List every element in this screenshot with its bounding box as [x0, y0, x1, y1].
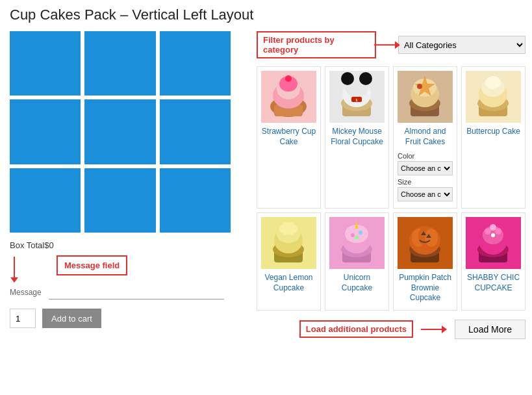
product-card-pumpkin[interactable]: Pumpkin Patch Brownie Cupcake [393, 212, 457, 311]
product-grid-display [10, 31, 231, 233]
product-image-vegan [261, 217, 316, 269]
product-name-vegan: Vegan Lemon Cupcake [261, 273, 316, 293]
unicorn-cupcake-svg [329, 217, 385, 269]
product-name-unicorn: Unicorn Cupcake [329, 273, 385, 293]
filter-annotation: Filter products by category [257, 31, 376, 58]
left-panel: Box Total$0 Message field Message Add to… [10, 31, 244, 339]
load-more-row: Load additional products Load More [257, 320, 526, 339]
grid-cell-3 [160, 31, 231, 96]
svg-marker-34 [355, 220, 358, 229]
svg-point-5 [285, 75, 292, 82]
message-input[interactable] [49, 285, 224, 299]
grid-cell-5 [84, 99, 155, 164]
category-select[interactable]: All Categories Classic Themed Vegan Seas… [398, 36, 526, 54]
product-image-unicorn [329, 217, 385, 269]
svg-point-52 [490, 224, 496, 231]
page-title: Cup Cakes Pack – Vertical Left Layout [10, 6, 522, 23]
product-image-mickey: 1 [329, 71, 385, 123]
svg-point-10 [341, 72, 354, 85]
box-total-value: $0 [44, 240, 53, 250]
grid-cell-1 [10, 31, 81, 96]
grid-cell-9 [160, 168, 231, 233]
grid-cell-6 [160, 99, 231, 164]
box-total-label: Box Total [10, 240, 44, 250]
product-card-buttercup[interactable]: Buttercup Cake [461, 66, 526, 209]
color-label: Color [398, 152, 453, 160]
right-panel: Filter products by category All Categori… [257, 31, 526, 339]
load-more-button[interactable]: Load More [455, 320, 526, 339]
svg-point-53 [491, 233, 495, 237]
svg-point-29 [279, 222, 298, 235]
quantity-input[interactable] [10, 309, 36, 328]
vegan-cupcake-svg [261, 217, 316, 269]
shabby-cupcake-svg [466, 217, 521, 269]
product-card-mickey[interactable]: 1 Mickey Mouse Floral Cupcake [325, 66, 389, 209]
product-name-strawberry: Strawberry Cup Cake [261, 127, 316, 147]
products-grid: Strawberry Cup Cake 1 [257, 66, 526, 311]
product-image-buttercup [466, 71, 521, 123]
pumpkin-cupcake-svg [398, 217, 453, 269]
svg-point-11 [359, 72, 372, 85]
filter-row: Filter products by category All Categori… [257, 31, 526, 58]
add-to-cart-button[interactable]: Add to cart [42, 309, 101, 328]
svg-point-50 [485, 228, 491, 235]
message-label: Message [10, 288, 44, 297]
product-name-pumpkin: Pumpkin Patch Brownie Cupcake [398, 273, 453, 303]
svg-point-37 [355, 236, 359, 240]
almond-cupcake-svg [398, 71, 453, 123]
load-more-arrow-icon [421, 325, 447, 334]
buttercup-cupcake-svg [466, 71, 521, 123]
box-total: Box Total$0 [10, 240, 244, 250]
product-card-almond[interactable]: Almond and Fruit Cakes Color Choose an c… [393, 66, 457, 209]
message-field-arrow [10, 257, 19, 283]
product-image-almond [398, 71, 453, 123]
product-name-almond: Almond and Fruit Cakes [398, 127, 453, 147]
svg-point-36 [359, 231, 362, 235]
size-select[interactable]: Choose an c [398, 187, 453, 201]
product-card-vegan[interactable]: Vegan Lemon Cupcake [257, 212, 321, 311]
svg-point-19 [417, 84, 422, 89]
product-name-buttercup: Buttercup Cake [466, 127, 520, 137]
color-select[interactable]: Choose an c [398, 161, 453, 175]
product-card-unicorn[interactable]: Unicorn Cupcake [325, 212, 389, 311]
filter-arrow-icon [374, 40, 400, 49]
mickey-cupcake-svg: 1 [329, 71, 385, 123]
svg-point-35 [351, 233, 355, 237]
grid-cell-2 [84, 31, 155, 96]
product-card-shabby[interactable]: SHABBY CHIC CUPCAKE [461, 212, 526, 311]
product-name-mickey: Mickey Mouse Floral Cupcake [329, 127, 385, 147]
grid-cell-7 [10, 168, 81, 233]
product-image-pumpkin [398, 217, 453, 269]
product-image-shabby [466, 217, 521, 269]
svg-point-24 [485, 76, 501, 89]
product-card-strawberry[interactable]: Strawberry Cup Cake [257, 66, 321, 209]
strawberry-cupcake-svg [261, 71, 316, 123]
product-name-shabby: SHABBY CHIC CUPCAKE [466, 273, 521, 293]
grid-cell-4 [10, 99, 81, 164]
grid-cell-8 [84, 168, 155, 233]
product-extras-almond: Color Choose an c Size Choose an c [398, 152, 453, 204]
load-more-annotation: Load additional products [299, 320, 413, 338]
message-field-annotation: Message field [57, 255, 127, 275]
cart-row: Add to cart [10, 309, 244, 328]
size-label: Size [398, 178, 453, 186]
message-row: Message [10, 285, 244, 299]
svg-point-51 [495, 228, 501, 235]
product-image-strawberry [261, 71, 316, 123]
